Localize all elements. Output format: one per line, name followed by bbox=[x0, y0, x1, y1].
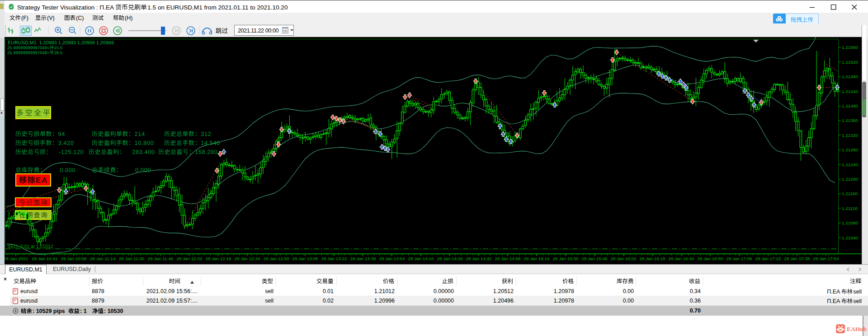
svg-text:1.21080: 1.21080 bbox=[842, 220, 858, 225]
svg-text:29 Jan 14:42: 29 Jan 14:42 bbox=[466, 256, 491, 261]
svg-text:29 Jan 14:26: 29 Jan 14:26 bbox=[437, 256, 463, 261]
svg-text:1.21160: 1.21160 bbox=[842, 191, 858, 196]
svg-text:29 Jan 17:06: 29 Jan 17:06 bbox=[726, 256, 752, 261]
svg-text:1.21400: 1.21400 bbox=[842, 103, 858, 108]
svg-text:29 Jan 11:14: 29 Jan 11:14 bbox=[90, 256, 116, 261]
svg-text:29 Jan 15:46: 29 Jan 15:46 bbox=[581, 256, 608, 261]
svg-text:29 Jan 10:58: 29 Jan 10:58 bbox=[61, 256, 87, 261]
svg-text:29 Jan 13:22: 29 Jan 13:22 bbox=[321, 256, 347, 261]
svg-text:29 Jan 12:34: 29 Jan 12:34 bbox=[234, 256, 260, 261]
svg-text:29 Jan 12:18: 29 Jan 12:18 bbox=[205, 256, 231, 261]
svg-text:1.21240: 1.21240 bbox=[842, 162, 858, 167]
svg-text:29 Jan 16:50: 29 Jan 16:50 bbox=[697, 256, 723, 261]
svg-text:29 Jan 15:30: 29 Jan 15:30 bbox=[552, 256, 579, 261]
svg-text:29 Jan 10:41: 29 Jan 10:41 bbox=[32, 256, 58, 261]
svg-text:29 Jan 17:22: 29 Jan 17:22 bbox=[755, 256, 781, 261]
svg-text:29 Jan 14:58: 29 Jan 14:58 bbox=[495, 256, 521, 261]
svg-text:29 Jan 16:18: 29 Jan 16:18 bbox=[639, 256, 665, 261]
svg-text:29 Jan 13:54: 29 Jan 13:54 bbox=[379, 256, 405, 261]
svg-text:1.21560: 1.21560 bbox=[842, 45, 858, 50]
svg-text:1.21520: 1.21520 bbox=[842, 60, 858, 65]
svg-text:29 Jan 12:02: 29 Jan 12:02 bbox=[176, 256, 202, 261]
svg-text:29 Jan 11:30: 29 Jan 11:30 bbox=[119, 256, 145, 261]
svg-text:29 Jan 16:34: 29 Jan 16:34 bbox=[668, 256, 694, 261]
svg-text:29 Jan 17:38: 29 Jan 17:38 bbox=[784, 256, 810, 261]
svg-text:29 Jan 2021: 29 Jan 2021 bbox=[5, 256, 28, 261]
svg-text:29 Jan 16:02: 29 Jan 16:02 bbox=[610, 256, 636, 261]
svg-text:1.21040: 1.21040 bbox=[842, 235, 858, 240]
svg-text:1.21120: 1.21120 bbox=[842, 206, 858, 211]
svg-text:29 Jan 17:54: 29 Jan 17:54 bbox=[813, 256, 839, 261]
svg-text:29 Jan 11:46: 29 Jan 11:46 bbox=[148, 256, 174, 261]
svg-text:1.21320: 1.21320 bbox=[842, 133, 858, 138]
svg-text:1.21480: 1.21480 bbox=[842, 74, 858, 79]
svg-text:1.21200: 1.21200 bbox=[842, 177, 858, 182]
svg-text:29 Jan 13:38: 29 Jan 13:38 bbox=[350, 256, 376, 261]
svg-text:29 Jan 15:14: 29 Jan 15:14 bbox=[524, 256, 550, 261]
svg-text:1.21360: 1.21360 bbox=[842, 118, 858, 123]
svg-text:29 Jan 12:50: 29 Jan 12:50 bbox=[263, 256, 289, 261]
svg-text:1.21440: 1.21440 bbox=[842, 89, 858, 94]
svg-text:29 Jan 14:10: 29 Jan 14:10 bbox=[408, 256, 434, 261]
svg-text:29 Jan 13:06: 29 Jan 13:06 bbox=[292, 256, 318, 261]
svg-text:1.21280: 1.21280 bbox=[842, 147, 858, 152]
